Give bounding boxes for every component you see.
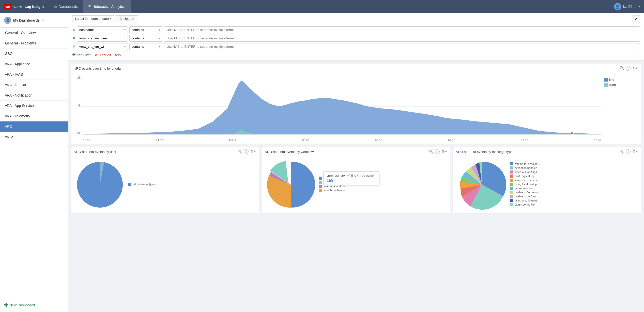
filter-row-1-remove-icon[interactable]: ✕ xyxy=(72,27,75,32)
pie-workflow-info-icon[interactable]: i xyxy=(435,149,440,154)
legend-label-info: info xyxy=(609,78,614,82)
main-chart-settings-icon[interactable]: ⚙▾ xyxy=(633,66,638,71)
pie-message-info-icon[interactable]: i xyxy=(626,149,631,154)
pie-workflow-legend-color-2 xyxy=(319,181,322,184)
filter-row-2-operator-dropdown[interactable]: contains ▾ xyxy=(129,35,162,42)
pie-chart-workflow-card: vRO non-info events by workflow 🔍 i ⚙▾ xyxy=(262,147,450,213)
pie-msg-label-7: get request for xyxy=(515,187,533,190)
pie-msg-color-8 xyxy=(510,191,513,194)
user-caret-icon[interactable]: ▾ xyxy=(638,5,640,8)
sidebar-item-general-problems[interactable]: General - Problems xyxy=(0,38,68,49)
sidebar-item-sso[interactable]: SSO xyxy=(0,49,68,59)
x-label-0300: 03:00 xyxy=(302,139,309,142)
filter-row-3-field-dropdown[interactable]: vmw_vra_vro_wf ▾ xyxy=(77,43,128,50)
filter-row-3-value-input[interactable] xyxy=(164,43,640,50)
pie-message-legend-item-7: get request for xyxy=(510,187,540,190)
new-dashboard-plus-icon: ✚ xyxy=(4,302,8,308)
add-filter-button[interactable]: ✚ Add Filter xyxy=(72,53,91,57)
pie-user-settings-icon[interactable]: ⚙▾ xyxy=(251,149,256,154)
tab-dashboards-label: Dashboards xyxy=(58,5,78,9)
pie-user-search-icon[interactable]: 🔍 xyxy=(238,149,242,154)
pie-charts-row: vRO non-info events by user 🔍 i ⚙▾ xyxy=(71,147,641,213)
tab-dashboards[interactable]: ⊞ Dashboards xyxy=(49,0,83,13)
pie-workflow-settings-icon[interactable]: ⚙▾ xyxy=(442,149,447,154)
pie-msg-color-7 xyxy=(510,187,513,190)
filter-row-2-remove-icon[interactable]: ✕ xyxy=(72,36,75,41)
pie-workflow-search-icon[interactable]: 🔍 xyxy=(429,149,433,154)
expand-icon[interactable]: ⤢ xyxy=(633,15,640,22)
pie-user-legend-color-1 xyxy=(128,183,131,186)
pie-workflow-legend-color-1 xyxy=(319,177,322,180)
main-chart-search-icon[interactable]: 🔍 xyxy=(620,66,624,71)
pie-workflow-svg xyxy=(265,159,316,210)
pie-workflow-legend-label-1: prepare gobuild v... xyxy=(324,177,347,180)
sidebar-item-vrcs[interactable]: vRCS xyxy=(0,132,68,142)
sidebar-item-vro[interactable]: vRO xyxy=(0,121,68,132)
filter-row-2: ✕ vmw_vra_vro_user ▾ contains ▾ xyxy=(72,35,640,42)
sidebar-item-general-overview[interactable]: General - Overview xyxy=(0,28,68,38)
legend-item-info: info xyxy=(604,78,634,82)
sidebar-item-vra-appliance[interactable]: vRA - Appliance xyxy=(0,59,68,69)
pie-user-header: vRO non-info events by user 🔍 i ⚙▾ xyxy=(71,147,259,156)
filter-row-2-value-input[interactable] xyxy=(164,35,640,42)
sidebar-user-caret[interactable]: ▾ xyxy=(42,19,44,22)
main-chart-info-icon[interactable]: i xyxy=(626,66,631,71)
x-label-0600: 06:00 xyxy=(375,139,382,142)
sidebar-nav: General - Overview General - Problems SS… xyxy=(0,28,68,298)
pie-msg-color-1 xyxy=(510,162,513,165)
pie-msg-label-9: unable to perform ... xyxy=(515,195,540,198)
sidebar: 👤 My Dashboards ▾ General - Overview Gen… xyxy=(0,13,68,312)
x-label-2100: 21:00 xyxy=(156,139,163,142)
time-range-caret-icon: ▾ xyxy=(110,17,111,20)
time-range-label: Latest 24 hours of data xyxy=(75,17,109,21)
filter-row-3-operator-dropdown[interactable]: contains ▾ xyxy=(129,43,162,50)
update-button[interactable]: ↻ Update xyxy=(116,15,138,22)
pie-message-search-icon[interactable]: 🔍 xyxy=(620,149,624,154)
pie-msg-label-5: script execution er... xyxy=(515,179,540,182)
filter-row-1-field-dropdown[interactable]: hostname ▾ xyxy=(77,26,128,33)
nav-right: 👤 kcd61cp ▾ xyxy=(614,3,640,10)
clear-filters-button[interactable]: ✕ Clear All Filters xyxy=(95,53,121,57)
pie-workflow-actions: 🔍 i ⚙▾ xyxy=(429,149,447,154)
y-axis: 2k 1k 0k xyxy=(75,76,83,142)
sidebar-item-vra-app-services[interactable]: vRA - App Services xyxy=(0,101,68,111)
tab-interactive-analytics[interactable]: 🔍 Interactive Analytics xyxy=(83,0,131,13)
pie-workflow-title: vRO non-info events by workflow xyxy=(265,150,428,154)
pie-message-legend-item-2: exception handled... xyxy=(510,166,540,169)
legend-color-warn xyxy=(604,83,608,87)
add-filter-plus-icon: ✚ xyxy=(72,53,75,57)
expand-icon-wrapper[interactable]: ⤢ xyxy=(633,17,640,21)
pie-msg-label-10: using org.hibernat... xyxy=(515,199,539,202)
sidebar-item-vra-tomcat[interactable]: vRA - Tomcat xyxy=(0,80,68,90)
pie-message-legend-item-1: waiting for session... xyxy=(510,162,540,165)
vmware-logo: vm ware Log Insight xyxy=(4,4,44,9)
x-axis-labels: 18:00 21:00 Feb 4 03:00 06:00 09:00 12:0… xyxy=(83,138,601,142)
filter-row-1-operator-label: contains xyxy=(132,28,144,32)
sidebar-item-vra-iaas[interactable]: vRA - IAAS xyxy=(0,69,68,80)
pie-msg-label-11: plugin config file xyxy=(515,203,535,206)
pie-workflow-legend-color-3 xyxy=(319,185,322,188)
pie-message-settings-icon[interactable]: ⚙▾ xyxy=(633,149,638,154)
pie-message-actions: 🔍 i ⚙▾ xyxy=(620,149,638,154)
filter-row-2-field-dropdown[interactable]: vmw_vra_vro_user ▾ xyxy=(77,35,128,42)
sidebar-user-avatar: 👤 xyxy=(4,17,11,24)
pie-msg-color-4 xyxy=(510,175,513,178)
sidebar-user-header[interactable]: 👤 My Dashboards ▾ xyxy=(0,13,68,28)
pie-msg-label-1: waiting for session... xyxy=(515,162,540,165)
filter-row-1-operator-dropdown[interactable]: contains ▾ xyxy=(129,26,162,33)
x-label-1200: 12:00 xyxy=(521,139,528,142)
main-chart-actions: 🔍 i ⚙▾ xyxy=(620,66,638,71)
pie-user-svg xyxy=(74,159,125,210)
sidebar-item-vra-telemetry[interactable]: vRA - Telemetry xyxy=(0,111,68,121)
time-range-dropdown[interactable]: Latest 24 hours of data ▾ xyxy=(72,15,114,22)
pie-message-legend-item-10: using org.hibernat... xyxy=(510,199,540,202)
main-chart-card: vRO events over time by priority 🔍 i ⚙▾ … xyxy=(71,64,641,144)
filter-row-1-value-input[interactable] xyxy=(164,26,640,33)
filter-row-2-operator-label: contains xyxy=(132,36,144,40)
pie-user-info-icon[interactable]: i xyxy=(244,149,249,154)
pie-msg-color-10 xyxy=(510,199,513,202)
new-dashboard-button[interactable]: ✚ New Dashboard xyxy=(4,302,64,308)
filter-row-3-remove-icon[interactable]: ✕ xyxy=(72,44,75,49)
filter-row-2-field-label: vmw_vra_vro_user xyxy=(79,36,107,40)
sidebar-item-vra-notification[interactable]: vRA - Notification xyxy=(0,90,68,101)
